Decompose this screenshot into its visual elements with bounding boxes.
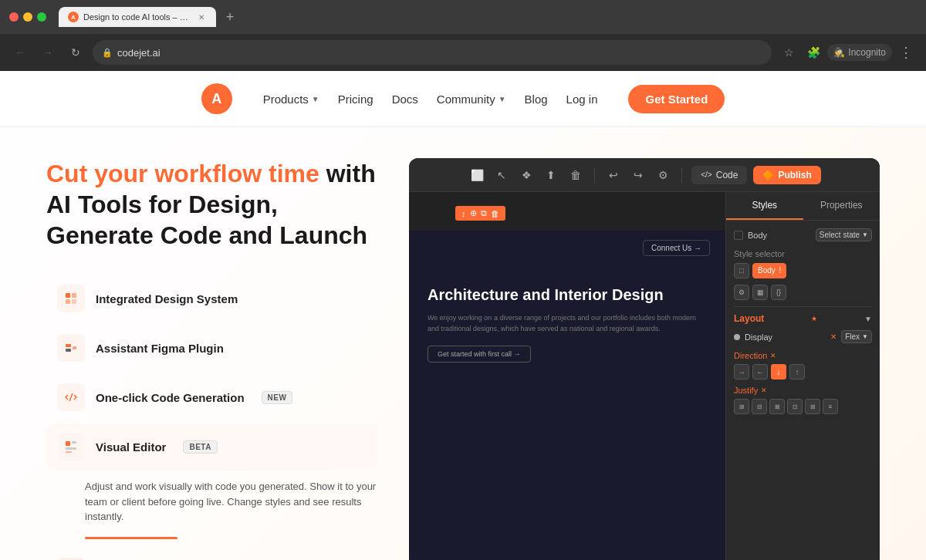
nav-blog[interactable]: Blog [525, 93, 548, 106]
community-chevron-icon: ▼ [498, 95, 506, 103]
justify-start-icon[interactable]: ⊞ [734, 399, 749, 414]
browser-menu-button[interactable]: ⋮ [895, 42, 917, 63]
justify-remove-icon[interactable]: ✕ [761, 386, 767, 394]
justify-space-around-icon[interactable]: ⊞ [805, 399, 820, 414]
nav-docs[interactable]: Docs [392, 93, 418, 106]
dir-down-icon[interactable]: ↓ [771, 364, 786, 380]
body-row: Body Select state ▼ [734, 228, 872, 241]
preview-canvas[interactable]: ↕ ⊕ ⧉ 🗑 Connect Us → Archi [409, 192, 725, 560]
canvas-cta-label: Get started with first call → [438, 350, 521, 358]
nav-pricing[interactable]: Pricing [338, 93, 373, 106]
visual-editor-icon [57, 433, 85, 460]
layout-chip-icon[interactable]: ▦ [752, 285, 768, 300]
code-chip-icon[interactable]: {} [771, 285, 786, 300]
dir-up-icon[interactable]: ↑ [789, 364, 805, 380]
tool-undo-icon[interactable]: ↩ [604, 166, 623, 184]
svg-rect-11 [66, 451, 72, 453]
incognito-label: Incognito [848, 47, 886, 58]
extra-style-chips: ⚙ ▦ {} [734, 285, 872, 300]
layout-asterisk: ★ [811, 315, 817, 322]
svg-line-7 [69, 393, 73, 401]
feature-item-design-system[interactable]: Integrated Design System [46, 275, 378, 322]
panel-tab-properties[interactable]: Properties [803, 192, 880, 220]
body-label: Body [748, 231, 811, 240]
justify-space-evenly-icon[interactable]: ≡ [823, 399, 838, 414]
close-window-button[interactable] [9, 12, 19, 22]
nav-products[interactable]: Products ▼ [263, 93, 319, 106]
tab-favicon: A [68, 12, 79, 22]
extensions-button[interactable]: 🧩 [803, 42, 824, 63]
hero-left: Cut your workflow time with AI Tools for… [46, 158, 378, 560]
canvas-description: We enjoy working on a diverse range of p… [428, 312, 707, 335]
svg-rect-8 [66, 441, 70, 446]
direction-remove-icon[interactable]: ✕ [770, 352, 776, 359]
display-tag: ✕ [830, 332, 836, 341]
site-logo[interactable]: A [201, 83, 232, 114]
state-select[interactable]: Select state ▼ [816, 228, 872, 241]
canvas-hero-text: Architecture and Interior Design We enjo… [428, 285, 707, 363]
tab-bar: A Design to code AI tools – Co... ✕ + [59, 6, 917, 28]
lock-icon: 🔒 [102, 48, 113, 58]
feature-item-code-gen[interactable]: One-click Code Generation NEW [46, 374, 378, 420]
code-gen-icon [57, 383, 85, 411]
feature-item-visual-editor[interactable]: Visual Editor BETA [46, 423, 378, 470]
preview-publish-button[interactable]: 🔶 Publish [753, 166, 820, 184]
feature-label-visual-editor: Visual Editor [96, 440, 166, 454]
tool-cursor-icon[interactable]: ↖ [492, 166, 511, 184]
justify-row: Justify ✕ ⊞ ⊟ ⊠ ⊡ ⊞ ≡ [734, 386, 872, 414]
reload-button[interactable]: ↻ [65, 42, 86, 63]
panel-divider-1 [734, 306, 872, 307]
settings-chip-icon[interactable]: ⚙ [734, 285, 749, 300]
style-chip-box-icon[interactable]: □ [734, 263, 749, 278]
preview-code-button[interactable]: </> Code [691, 166, 747, 184]
panel-content: Body Select state ▼ Style selector □ [726, 221, 880, 422]
tool-component-icon[interactable]: ❖ [517, 166, 536, 184]
state-select-label: Select state [820, 231, 860, 239]
display-select[interactable]: Flex ▼ [841, 330, 872, 343]
tool-frame-icon[interactable]: ⬜ [468, 166, 486, 184]
nav-login[interactable]: Log in [566, 93, 598, 106]
feature-item-deploy[interactable]: A Deploy / Launch NEW [46, 548, 378, 561]
feature-item-figma-plugin[interactable]: Assistant Figma Plugin [46, 325, 378, 371]
hero-section: Cut your workflow time with AI Tools for… [0, 127, 926, 560]
dir-left-icon[interactable]: ← [752, 364, 768, 380]
body-checkbox[interactable] [734, 231, 743, 240]
justify-center-icon[interactable]: ⊟ [752, 399, 767, 414]
display-chevron-icon: ▼ [862, 333, 868, 340]
tool-redo-icon[interactable]: ↪ [629, 166, 647, 184]
panel-tab-styles[interactable]: Styles [726, 192, 803, 220]
justify-end-icon[interactable]: ⊠ [769, 399, 785, 414]
preview-body: ↕ ⊕ ⧉ 🗑 Connect Us → Archi [409, 192, 880, 560]
style-chip-body[interactable]: Body ! [752, 263, 786, 278]
display-row: Display ✕ Flex ▼ [734, 330, 872, 343]
toolbar-separator-2 [681, 167, 682, 183]
browser-tab[interactable]: A Design to code AI tools – Co... ✕ [59, 7, 216, 27]
design-system-icon [57, 285, 85, 312]
feature-label-figma-plugin: Assistant Figma Plugin [96, 342, 224, 355]
get-started-button[interactable]: Get Started [628, 85, 725, 113]
publish-btn-label: Publish [778, 170, 811, 180]
ui-preview: ⬜ ↖ ❖ ⬆ 🗑 ↩ ↪ ⚙ </> Code 🔶 [409, 158, 880, 560]
minimize-window-button[interactable] [23, 12, 32, 22]
direction-label: Direction [734, 351, 767, 360]
tool-settings-icon[interactable]: ⚙ [654, 166, 672, 184]
bookmark-button[interactable]: ☆ [778, 42, 799, 63]
direction-row: Direction ✕ → ← ↓ ↑ [734, 351, 872, 380]
justify-space-between-icon[interactable]: ⊡ [787, 399, 803, 414]
new-tab-button[interactable]: + [219, 6, 241, 28]
figma-plugin-icon [57, 334, 85, 362]
tool-delete-icon[interactable]: 🗑 [566, 166, 585, 184]
browser-toolbar: ← → ↻ 🔒 codejet.ai ☆ 🧩 🕵️ Incognito ⋮ [0, 34, 926, 71]
tool-upload-icon[interactable]: ⬆ [542, 166, 560, 184]
back-button[interactable]: ← [9, 42, 31, 63]
canvas-cta-button[interactable]: Get started with first call → [428, 346, 531, 363]
selection-toolbar: ↕ ⊕ ⧉ 🗑 [455, 206, 505, 221]
visual-editor-badge: BETA [183, 440, 217, 454]
nav-community[interactable]: Community ▼ [437, 93, 506, 106]
maximize-window-button[interactable] [37, 12, 46, 22]
address-bar[interactable]: 🔒 codejet.ai [93, 40, 772, 65]
preview-toolbar: ⬜ ↖ ❖ ⬆ 🗑 ↩ ↪ ⚙ </> Code 🔶 [409, 158, 880, 192]
forward-button[interactable]: → [37, 42, 59, 63]
dir-right-icon[interactable]: → [734, 364, 749, 380]
tab-close-button[interactable]: ✕ [196, 12, 207, 22]
